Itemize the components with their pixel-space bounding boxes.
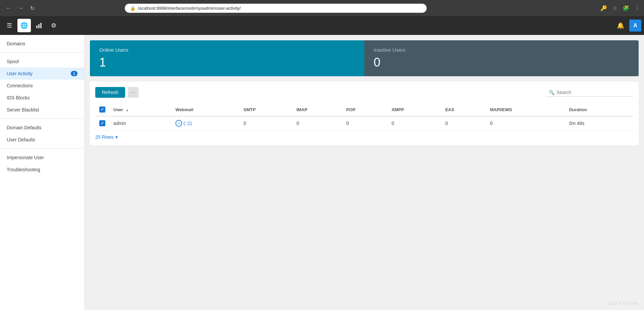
col-eas[interactable]: EAS bbox=[441, 103, 486, 116]
webmail-status: ✓ (::1) bbox=[175, 120, 235, 127]
row-imap-value: 0 bbox=[297, 121, 299, 126]
row-checkbox[interactable] bbox=[99, 120, 105, 126]
user-activity-badge: 1 bbox=[71, 71, 77, 76]
bell-icon: 🔔 bbox=[617, 22, 624, 29]
sidebar: Domains Spool User Activity 1 Connection… bbox=[0, 35, 85, 310]
sidebar-item-troubleshooting[interactable]: Troubleshooting bbox=[0, 164, 84, 176]
watermark: SOFT·PEDIA bbox=[608, 301, 639, 306]
row-imap-cell: 0 bbox=[292, 116, 342, 130]
chart-button[interactable] bbox=[32, 19, 46, 32]
webmail-value: (::1) bbox=[183, 121, 192, 126]
user-avatar[interactable]: A bbox=[629, 19, 641, 32]
sidebar-item-label: Domain Defaults bbox=[7, 125, 42, 130]
sidebar-item-label: User Defaults bbox=[7, 137, 35, 142]
sidebar-item-label: Troubleshooting bbox=[7, 167, 40, 172]
settings-button[interactable]: ⚙ bbox=[47, 19, 60, 32]
row-eas-cell: 0 bbox=[441, 116, 486, 130]
online-users-label: Online Users bbox=[99, 47, 355, 53]
avatar-label: A bbox=[633, 23, 637, 29]
browser-address-bar[interactable]: 🔒 localhost:9998/interface/root#/sysadmi… bbox=[125, 4, 427, 13]
hamburger-menu-button[interactable]: ☰ bbox=[3, 19, 16, 32]
address-text: localhost:9998/interface/root#/sysadmin/… bbox=[138, 6, 421, 11]
sidebar-item-label: Impersonate User bbox=[7, 155, 44, 160]
row-user-value: admin bbox=[113, 121, 126, 126]
col-duration[interactable]: Duration bbox=[565, 103, 633, 116]
browser-puzzle-icon[interactable]: 🧩 bbox=[623, 5, 629, 11]
row-webmail-cell: ✓ (::1) bbox=[171, 116, 239, 130]
inactive-users-label: Inactive Users bbox=[374, 47, 629, 53]
rows-per-page-label: 25 Rows bbox=[95, 134, 113, 140]
search-box: 🔍 bbox=[546, 88, 633, 97]
app-header: ☰ 🌐 ⚙ 🔔 A bbox=[0, 16, 644, 35]
rows-per-page-selector[interactable]: 25 Rows ▾ bbox=[95, 134, 633, 140]
col-checkbox bbox=[95, 103, 109, 116]
browser-forward-button[interactable]: → bbox=[16, 4, 25, 12]
sidebar-item-server-blacklist[interactable]: Server Blacklist bbox=[0, 104, 84, 116]
more-options-icon: ··· bbox=[131, 90, 135, 95]
table-toolbar: Refresh ··· 🔍 bbox=[95, 87, 633, 98]
user-activity-table: User ▲ Webmail SMTP IMAP POP XMPP EAS MA… bbox=[95, 103, 633, 130]
address-lock-icon: 🔒 bbox=[130, 6, 136, 11]
table-row: admin ✓ (::1) 0 0 0 0 0 0 bbox=[95, 116, 633, 130]
row-duration-value: 0m 48s bbox=[569, 121, 584, 126]
more-options-button[interactable]: ··· bbox=[128, 87, 139, 98]
row-mapi-ews-value: 0 bbox=[490, 121, 493, 126]
refresh-button[interactable]: Refresh bbox=[95, 87, 125, 98]
sidebar-item-label: Server Blacklist bbox=[7, 107, 39, 113]
browser-chrome: ← → ↻ 🔒 localhost:9998/interface/root#/s… bbox=[0, 0, 644, 16]
sidebar-item-user-activity[interactable]: User Activity 1 bbox=[0, 68, 84, 80]
sidebar-divider-2 bbox=[0, 119, 84, 119]
svg-rect-0 bbox=[36, 26, 38, 28]
col-smtp[interactable]: SMTP bbox=[239, 103, 292, 116]
sidebar-item-domains[interactable]: Domains bbox=[0, 38, 84, 50]
svg-rect-2 bbox=[40, 23, 42, 28]
sidebar-item-domain-defaults[interactable]: Domain Defaults bbox=[0, 122, 84, 134]
browser-right-icons: 🔑 ☆ 🧩 ⋮ bbox=[600, 5, 640, 11]
sidebar-item-label: Connections bbox=[7, 83, 33, 88]
browser-key-icon: 🔑 bbox=[600, 5, 607, 11]
col-webmail[interactable]: Webmail bbox=[171, 103, 239, 116]
table-header-row: User ▲ Webmail SMTP IMAP POP XMPP EAS MA… bbox=[95, 103, 633, 116]
inactive-users-card: Inactive Users 0 bbox=[364, 40, 639, 76]
online-users-value: 1 bbox=[99, 55, 355, 70]
col-mapi-ews[interactable]: MAPI/EWS bbox=[486, 103, 565, 116]
row-mapi-ews-cell: 0 bbox=[486, 116, 565, 130]
header-right: 🔔 A bbox=[614, 19, 641, 32]
rows-per-page-chevron-icon: ▾ bbox=[115, 134, 118, 140]
table-section: Refresh ··· 🔍 User bbox=[90, 82, 639, 145]
sidebar-item-label: Domains bbox=[7, 41, 25, 46]
row-pop-cell: 0 bbox=[342, 116, 387, 130]
sidebar-item-label: IDS Blocks bbox=[7, 95, 30, 100]
select-all-checkbox[interactable] bbox=[99, 106, 105, 113]
online-users-card: Online Users 1 bbox=[90, 40, 364, 76]
browser-star-icon[interactable]: ☆ bbox=[612, 5, 617, 11]
col-xmpp[interactable]: XMPP bbox=[388, 103, 441, 116]
browser-reload-button[interactable]: ↻ bbox=[28, 4, 37, 13]
row-user-cell: admin bbox=[109, 116, 171, 130]
search-input[interactable] bbox=[556, 90, 631, 95]
col-user[interactable]: User ▲ bbox=[109, 103, 171, 116]
sidebar-item-label: Spool bbox=[7, 59, 19, 64]
app-body: Domains Spool User Activity 1 Connection… bbox=[0, 35, 644, 310]
sidebar-item-connections[interactable]: Connections bbox=[0, 80, 84, 92]
col-pop[interactable]: POP bbox=[342, 103, 387, 116]
row-smtp-cell: 0 bbox=[239, 116, 292, 130]
globe-button[interactable]: 🌐 bbox=[17, 19, 31, 32]
sidebar-item-user-defaults[interactable]: User Defaults bbox=[0, 134, 84, 146]
col-imap[interactable]: IMAP bbox=[292, 103, 342, 116]
row-checkbox-cell bbox=[95, 116, 109, 130]
sidebar-item-spool[interactable]: Spool bbox=[0, 55, 84, 68]
webmail-check-icon: ✓ bbox=[175, 120, 182, 127]
browser-back-button[interactable]: ← bbox=[4, 4, 13, 12]
main-content: Online Users 1 Inactive Users 0 Refresh … bbox=[85, 35, 644, 310]
browser-menu-icon[interactable]: ⋮ bbox=[635, 5, 640, 11]
row-xmpp-cell: 0 bbox=[388, 116, 441, 130]
sidebar-divider-1 bbox=[0, 52, 84, 53]
notification-bell-button[interactable]: 🔔 bbox=[614, 19, 627, 32]
sidebar-item-impersonate-user[interactable]: Impersonate User bbox=[0, 151, 84, 164]
sidebar-item-ids-blocks[interactable]: IDS Blocks bbox=[0, 92, 84, 104]
row-eas-value: 0 bbox=[445, 121, 448, 126]
search-icon: 🔍 bbox=[549, 90, 554, 95]
chart-icon bbox=[36, 22, 42, 29]
row-xmpp-value: 0 bbox=[392, 121, 394, 126]
